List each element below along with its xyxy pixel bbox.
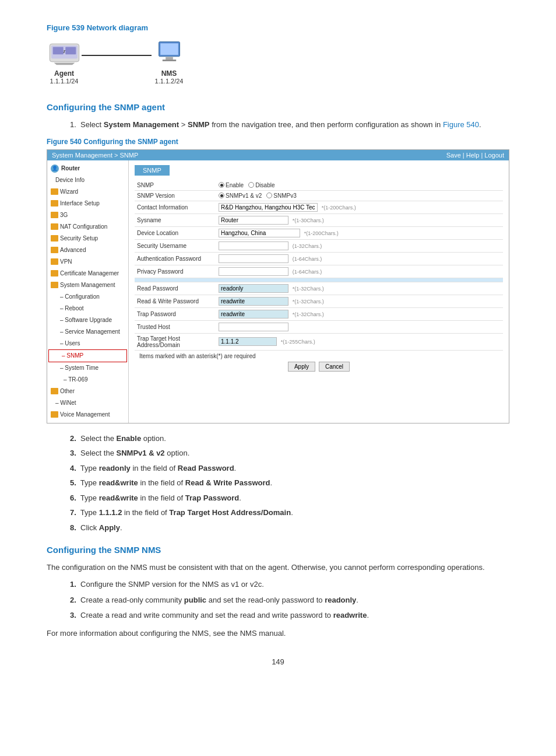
sidebar-router-label: Router [61, 165, 80, 172]
sidebar-item-systime[interactable]: – System Time [47, 362, 128, 374]
authpwd-input[interactable] [219, 254, 288, 263]
figure540-link[interactable]: Figure 540 [443, 120, 479, 129]
nms-final-para: For more information about configuring t… [47, 628, 509, 640]
sidebar-item-wizard[interactable]: Wizard [47, 186, 128, 198]
snmp-main-panel: SNMP SNMP Enable Disab [129, 160, 509, 423]
required-note: Items marked with an asterisk(*) are req… [139, 353, 256, 359]
nms-step1: 1. Configure the SNMP version for the NM… [70, 579, 509, 591]
svg-rect-9 [162, 60, 175, 61]
snmp-enable-row: SNMP Enable Disable [135, 180, 503, 191]
security-icon [51, 235, 58, 242]
secusername-input[interactable] [219, 242, 288, 250]
sidebar-item-deviceinfo[interactable]: Device Info [47, 174, 128, 186]
step1-bold1: System Management [104, 120, 179, 129]
sysname-input[interactable] [219, 216, 288, 225]
sidebar-item-advanced[interactable]: Advanced [47, 244, 128, 256]
trappwd-value: *(1-32Chars.) [216, 307, 503, 320]
divider-row [135, 278, 503, 282]
enable-radio[interactable]: Enable [219, 182, 244, 188]
readwritepwd-input[interactable] [219, 297, 288, 306]
sidebar-item-sysmgmt[interactable]: System Management [47, 279, 128, 291]
sidebar-item-users[interactable]: – Users [47, 338, 128, 349]
snmp-ui: System Management > SNMP Save | Help | L… [47, 149, 509, 424]
button-row: Apply Cancel [139, 362, 498, 374]
interface-icon [51, 200, 58, 206]
sidebar-item-config[interactable]: – Configuration [47, 291, 128, 303]
section1-title: Configuring the SNMP agent [47, 102, 509, 112]
sidebar-item-cert[interactable]: Certificate Managemer [47, 268, 128, 279]
privpwd-row: Privacy Password (1-64Chars.) [135, 265, 503, 278]
readwritepwd-row: Read & Write Password *(1-32Chars.) [135, 295, 503, 307]
secusername-value: (1-32Chars.) [216, 239, 503, 252]
trap-target-input[interactable] [219, 337, 277, 346]
snmp-titlebar: System Management > SNMP Save | Help | L… [47, 150, 509, 160]
trappwd-row: Trap Password *(1-32Chars.) [135, 307, 503, 320]
router-icon: ROUTER [47, 38, 82, 67]
step1-number: 1. [70, 120, 76, 129]
sysname-hint: *(1-30Chars.) [293, 218, 324, 223]
snmp-enable-label: SNMP [135, 180, 216, 191]
sidebar-item-reboot[interactable]: – Reboot [47, 303, 128, 314]
snmp-tab[interactable]: SNMP [135, 165, 170, 176]
step6-bold1: read&write [99, 494, 138, 502]
step1-bold2: SNMP [188, 120, 210, 129]
sidebar-user-icon: 👤 [51, 164, 59, 173]
sidebar-item-winet[interactable]: – WiNet [47, 397, 128, 409]
snmp-enable-value: Enable Disable [216, 180, 503, 191]
sidebar-item-service[interactable]: – Service Management [47, 326, 128, 338]
section-divider [135, 278, 503, 282]
contact-value: *(1-200Chars.) [216, 201, 503, 214]
sidebar-item-interface[interactable]: Interface Setup [47, 198, 128, 209]
trustedhost-label: Trusted Host [135, 320, 216, 333]
svg-rect-4 [65, 47, 76, 54]
contact-input[interactable] [219, 203, 318, 212]
vpn-icon [51, 258, 58, 265]
sidebar-item-3g[interactable]: 3G [47, 209, 128, 221]
sidebar-item-other[interactable]: Other [47, 386, 128, 397]
other-icon [51, 388, 58, 394]
sidebar-item-security[interactable]: Security Setup [47, 233, 128, 244]
authpwd-hint: (1-64Chars.) [293, 256, 322, 262]
step3: 3. Select the SNMPv1 & v2 option. [70, 447, 509, 459]
disable-radio[interactable]: Disable [248, 182, 275, 188]
step8-bold: Apply [99, 523, 120, 532]
trap-target-row: Trap Target Host Address/Domain *(1-255C… [135, 333, 503, 350]
nms-step2: 2. Create a read-only community public a… [70, 594, 509, 607]
step2-bold: Enable [117, 434, 142, 443]
trustedhost-input[interactable] [219, 323, 288, 331]
sidebar-item-nat[interactable]: NAT Configuration [47, 221, 128, 233]
agent-node: ROUTER Agent 1.1.1.1/24 [47, 38, 82, 85]
sidebar-item-tr069[interactable]: – TR-069 [47, 374, 128, 386]
apply-button[interactable]: Apply [288, 362, 315, 372]
cert-icon [51, 270, 58, 276]
privpwd-hint: (1-64Chars.) [293, 269, 322, 275]
snmp-version-row: SNMP Version SNMPv1 & v2 SNMPv3 [135, 190, 503, 201]
v3-radio[interactable]: SNMPv3 [266, 192, 296, 199]
figure540-title: Figure 540 Configuring the SNMP agent [47, 138, 509, 146]
readpwd-input[interactable] [219, 284, 288, 293]
enable-radio-dot [219, 182, 224, 188]
step8: 8. Click Apply. [70, 522, 509, 534]
privpwd-input[interactable] [219, 267, 288, 276]
readpwd-hint: *(1-32Chars.) [293, 286, 324, 292]
snmp-version-label: SNMP Version [135, 190, 216, 201]
cancel-button[interactable]: Cancel [319, 362, 350, 372]
sidebar-item-vpn[interactable]: VPN [47, 256, 128, 268]
v1v2-radio[interactable]: SNMPv1 & v2 [219, 192, 262, 199]
sidebar-item-software[interactable]: – Software Upgrade [47, 314, 128, 326]
location-label: Device Location [135, 226, 216, 239]
privpwd-value: (1-64Chars.) [216, 265, 503, 278]
step5-bold1: read&write [99, 478, 138, 487]
location-value: *(1-200Chars.) [216, 226, 503, 239]
sidebar-item-voice[interactable]: Voice Management [47, 409, 128, 421]
nat-icon [51, 223, 58, 230]
sidebar-item-snmp[interactable]: – SNMP [48, 349, 127, 362]
trappwd-input[interactable] [219, 310, 288, 318]
trustedhost-row: Trusted Host [135, 320, 503, 333]
step2: 2. Select the Enable option. [70, 433, 509, 444]
svg-marker-5 [54, 62, 75, 65]
step6-bold2: Trap Password [185, 494, 239, 502]
step4-bold2: Read Password [178, 464, 234, 473]
location-row: Device Location *(1-200Chars.) [135, 226, 503, 239]
location-input[interactable] [219, 229, 300, 237]
